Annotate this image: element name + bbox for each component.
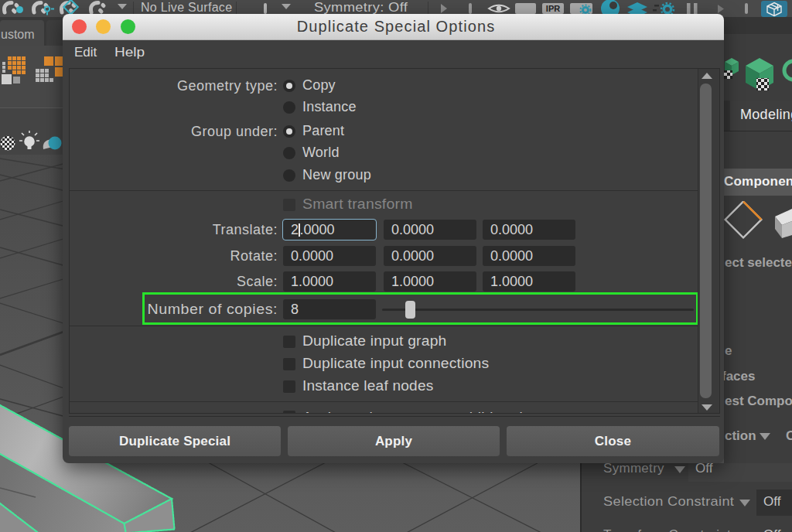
svg-text:IPR: IPR [546,4,560,13]
